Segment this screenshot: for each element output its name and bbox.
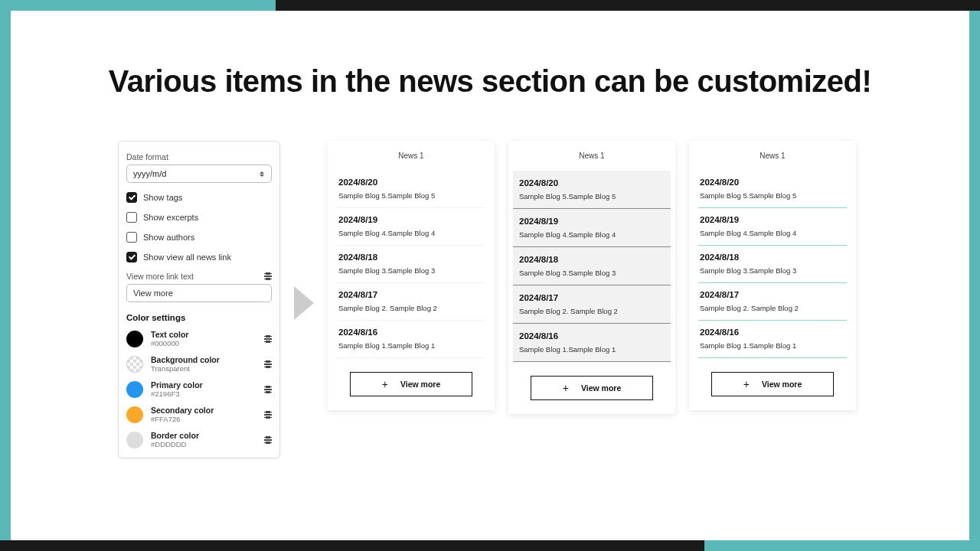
plus-icon: + xyxy=(563,384,569,392)
date-format-label: Date format xyxy=(126,152,272,161)
database-icon[interactable] xyxy=(264,360,272,368)
news-item: 2024/8/17Sample Blog 2. Sample Blog 2 xyxy=(337,283,485,321)
date-format-value: yyyy/m/d xyxy=(133,169,166,178)
checkbox-icon xyxy=(126,192,137,203)
color-name: Background color xyxy=(151,355,256,364)
checkbox-icon xyxy=(126,232,137,243)
news-item: 2024/8/20Sample Blog 5.Sample Blog 5 xyxy=(698,171,847,208)
decoration-bar-bottom xyxy=(0,540,704,551)
checkbox-icon xyxy=(126,212,137,223)
color-swatch-icon xyxy=(126,356,143,373)
preview-card-b: News 1 2024/8/20Sample Blog 5.Sample Blo… xyxy=(508,141,675,414)
color-swatch-icon xyxy=(126,432,143,448)
view-more-button[interactable]: + View more xyxy=(531,376,653,400)
color-bg-row[interactable]: Background color Transparent xyxy=(126,355,272,373)
news-item: 2024/8/16Sample Blog 1.Sample Blog 1 xyxy=(698,321,847,358)
view-more-link-input[interactable]: View more xyxy=(126,284,272,302)
news-item: 2024/8/16Sample Blog 1.Sample Blog 1 xyxy=(513,324,671,362)
news-item: 2024/8/16Sample Blog 1.Sample Blog 1 xyxy=(337,321,485,358)
color-swatch-icon xyxy=(126,381,143,398)
color-name: Secondary color xyxy=(151,406,256,415)
content-row: Date format yyyy/m/d Show tags Show exce… xyxy=(118,141,862,479)
news-item: 2024/8/18Sample Blog 3.Sample Blog 3 xyxy=(698,246,847,283)
database-icon[interactable] xyxy=(264,386,272,393)
color-value: #2196F3 xyxy=(151,390,256,398)
preview-title: News 1 xyxy=(698,152,847,160)
color-name: Primary color xyxy=(151,380,256,390)
main-panel: Various items in the news section can be… xyxy=(11,11,969,540)
show-authors-label: Show authors xyxy=(143,233,194,242)
color-name: Text color xyxy=(151,330,256,339)
color-value: #DDDDDD xyxy=(151,440,256,448)
view-more-label: View more xyxy=(581,383,621,393)
color-value: Transparent xyxy=(151,364,256,373)
news-item: 2024/8/19Sample Blog 4.Sample Blog 4 xyxy=(513,209,671,247)
news-item: 2024/8/19Sample Blog 4.Sample Blog 4 xyxy=(337,208,485,246)
date-format-select[interactable]: yyyy/m/d xyxy=(126,165,272,183)
color-name: Border color xyxy=(151,431,256,440)
chevron-updown-icon xyxy=(259,171,265,177)
arrow-right-icon xyxy=(294,286,314,320)
color-value: #FFA726 xyxy=(151,415,256,423)
color-primary-row[interactable]: Primary color #2196F3 xyxy=(126,380,272,398)
view-more-button[interactable]: + View more xyxy=(350,372,472,396)
preview-card-c: News 1 2024/8/20Sample Blog 5.Sample Blo… xyxy=(689,141,856,410)
color-value: #000000 xyxy=(151,339,256,347)
color-secondary-row[interactable]: Secondary color #FFA726 xyxy=(126,406,272,423)
view-more-link-value: View more xyxy=(133,289,173,298)
headline: Various items in the news section can be… xyxy=(11,64,969,99)
news-item: 2024/8/18Sample Blog 3.Sample Blog 3 xyxy=(337,246,485,283)
show-view-all-row[interactable]: Show view all news link xyxy=(126,252,272,262)
view-more-label: View more xyxy=(400,380,440,389)
show-tags-row[interactable]: Show tags xyxy=(126,192,272,203)
color-swatch-icon xyxy=(126,406,143,423)
settings-panel: Date format yyyy/m/d Show tags Show exce… xyxy=(118,141,280,458)
color-border-row[interactable]: Border color #DDDDDD xyxy=(126,431,272,448)
show-excerpts-row[interactable]: Show excerpts xyxy=(126,212,272,223)
preview-title: News 1 xyxy=(513,152,671,160)
show-view-all-label: Show view all news link xyxy=(143,253,231,262)
color-settings-header: Color settings xyxy=(126,313,272,322)
database-icon[interactable] xyxy=(264,272,272,280)
color-text-row[interactable]: Text color #000000 xyxy=(126,330,272,347)
news-item: 2024/8/17Sample Blog 2. Sample Blog 2 xyxy=(698,283,847,321)
view-more-button[interactable]: + View more xyxy=(711,372,834,396)
preview-card-a: News 1 2024/8/20Sample Blog 5.Sample Blo… xyxy=(328,141,495,410)
news-item: 2024/8/19Sample Blog 4.Sample Blog 4 xyxy=(698,208,847,246)
color-swatch-icon xyxy=(126,331,143,347)
show-authors-row[interactable]: Show authors xyxy=(126,232,272,243)
show-tags-label: Show tags xyxy=(143,193,182,202)
news-item: 2024/8/20Sample Blog 5.Sample Blog 5 xyxy=(513,171,671,209)
news-item: 2024/8/18Sample Blog 3.Sample Blog 3 xyxy=(513,247,671,285)
news-item: 2024/8/20Sample Blog 5.Sample Blog 5 xyxy=(337,171,485,208)
news-item: 2024/8/17Sample Blog 2. Sample Blog 2 xyxy=(513,285,671,324)
database-icon[interactable] xyxy=(264,411,272,419)
view-more-label: View more xyxy=(762,380,802,389)
show-excerpts-label: Show excerpts xyxy=(143,213,198,222)
plus-icon: + xyxy=(382,380,388,388)
preview-title: News 1 xyxy=(337,152,485,160)
database-icon[interactable] xyxy=(264,436,272,444)
checkbox-icon xyxy=(126,252,137,262)
view-more-link-label: View more link text xyxy=(126,272,194,281)
plus-icon: + xyxy=(743,380,750,388)
decoration-bar-top xyxy=(276,0,980,11)
database-icon[interactable] xyxy=(264,335,272,343)
